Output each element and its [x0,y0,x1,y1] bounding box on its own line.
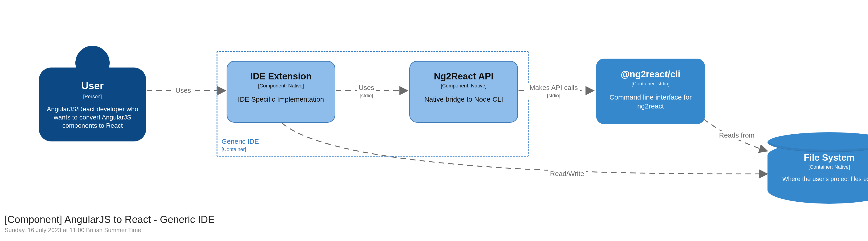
user-stereotype: [Person] [47,93,138,100]
ide-ext-name: IDE Extension [235,71,327,81]
api-description: Native bridge to Node CLI [418,95,509,104]
fs-stereotype: [Container: Native] [774,164,868,170]
diagram-title: [Component] AngularJS to React - Generic… [5,214,215,225]
boundary-stereotype: [Container] [222,146,259,153]
edge-label-api-cli: Makes API calls [stdio] [528,83,580,99]
ide-ext-stereotype: [Component: Native] [235,83,327,89]
edge-api-cli-text: Makes API calls [529,84,578,91]
api-stereotype: [Component: Native] [418,83,509,89]
ide-ext-description: IDE Specific Implementation [235,95,327,104]
edge-ide-fs-text: Read/Write [550,170,584,177]
person-head [75,46,110,80]
edge-user-ide-text: Uses [176,86,191,94]
edge-label-ide-fs: Read/Write [548,169,586,178]
edge-ide-api-text: Uses [359,84,374,91]
boundary-name: Generic IDE [222,138,259,145]
cli-name: @ng2react/cli [605,69,696,79]
diagram-timestamp: Sunday, 16 July 2023 at 11:00 British Su… [5,226,215,234]
api-name: Ng2React API [418,71,509,81]
edge-cli-fs-text: Reads from [719,131,754,139]
boundary-label: Generic IDE [Container] [222,137,259,153]
edge-api-cli-tech: [stdio] [529,92,578,99]
fs-description: Where the user's project files exist [774,175,868,183]
component-ide-extension: IDE Extension [Component: Native] IDE Sp… [226,61,335,123]
edge-label-ide-api: Uses [stdio] [357,83,376,99]
user-name: User [47,80,138,92]
container-ng2react-cli: @ng2react/cli [Container: stdio] Command… [596,59,705,124]
edge-ide-api-tech: [stdio] [359,92,374,99]
container-file-system: File System [Container: Native] Where th… [768,142,868,204]
cli-description: Command line interface for ng2react [605,93,696,111]
db-cylinder: File System [Container: Native] Where th… [768,142,868,204]
fs-name: File System [774,153,868,163]
edge-label-cli-fs: Reads from [717,131,756,140]
diagram-title-block: [Component] AngularJS to React - Generic… [5,214,215,234]
edge-label-user-ide: Uses [174,86,193,95]
cli-stereotype: [Container: stdio] [605,81,696,87]
person-user: User [Person] AngularJS/React developer … [39,46,146,141]
diagram-canvas: User [Person] AngularJS/React developer … [0,0,868,241]
user-description: AngularJS/React developer who wants to c… [47,105,138,130]
component-ng2react-api: Ng2React API [Component: Native] Native … [409,61,518,123]
